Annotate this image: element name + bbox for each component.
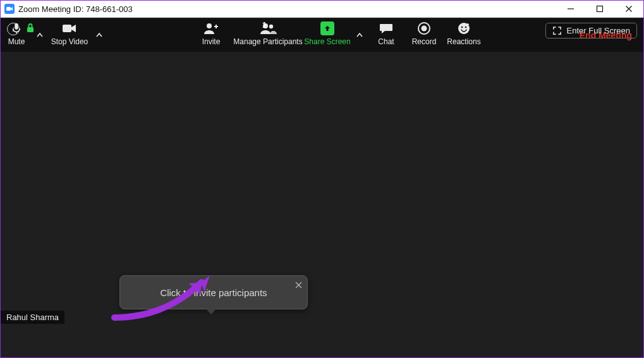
svg-point-20: [465, 27, 467, 28]
record-label: Record: [412, 37, 437, 46]
tooltip-text: Click to invite participants: [160, 287, 267, 298]
svg-point-11: [207, 23, 212, 28]
manage-participants-button[interactable]: 1 Manage Participants: [233, 18, 303, 52]
participant-name-chip: Rahul Sharma: [1, 311, 64, 324]
window-controls: [556, 1, 643, 17]
fullscreen-icon: [552, 26, 562, 35]
svg-rect-10: [63, 25, 71, 32]
chat-button[interactable]: Chat: [367, 18, 405, 52]
enter-full-screen-button[interactable]: Enter Full Screen: [545, 23, 637, 39]
participant-count-badge: 1: [262, 21, 267, 30]
window-title: Zoom Meeting ID: 748-661-003: [18, 4, 556, 14]
svg-rect-2: [597, 6, 603, 12]
svg-point-17: [422, 26, 427, 32]
participant-name: Rahul Sharma: [6, 313, 59, 322]
share-screen-label: Share Screen: [304, 37, 350, 46]
tooltip-tail: [205, 308, 217, 314]
svg-point-19: [461, 27, 463, 28]
share-screen-button[interactable]: Share Screen: [303, 18, 352, 52]
close-icon[interactable]: [295, 280, 302, 290]
reactions-button[interactable]: Reactions: [443, 18, 485, 52]
share-screen-icon: [320, 21, 334, 35]
app-window: { "title": "Zoom Meeting ID: 748-661-003…: [0, 0, 644, 358]
close-button[interactable]: [614, 1, 643, 17]
stop-video-button[interactable]: Stop Video: [47, 18, 92, 52]
invite-tooltip: Click to invite participants: [119, 275, 308, 309]
share-options-chevron[interactable]: [352, 18, 367, 52]
svg-point-15: [269, 25, 273, 28]
invite-icon: [203, 21, 219, 35]
participants-icon: [258, 21, 277, 35]
record-button[interactable]: Record: [405, 18, 443, 52]
svg-rect-0: [6, 7, 11, 11]
mute-button[interactable]: Mute: [1, 18, 32, 52]
chat-label: Chat: [378, 37, 394, 46]
record-icon: [417, 21, 431, 35]
svg-rect-8: [15, 23, 18, 30]
full-screen-label: Enter Full Screen: [567, 26, 630, 35]
microphone-icon: [9, 21, 23, 35]
meeting-area: i Enter Full Screen Click to invite part…: [1, 18, 643, 357]
video-options-chevron[interactable]: [92, 18, 107, 52]
zoom-app-icon: [4, 4, 15, 14]
chat-icon: [379, 21, 394, 35]
invite-label: Invite: [202, 37, 221, 46]
invite-button[interactable]: Invite: [189, 18, 233, 52]
title-bar: Zoom Meeting ID: 748-661-003: [1, 1, 643, 18]
maximize-button[interactable]: [585, 1, 614, 17]
manage-participants-label: Manage Participants: [233, 37, 302, 46]
stop-video-label: Stop Video: [51, 37, 88, 46]
video-camera-icon: [61, 21, 78, 35]
reactions-icon: [457, 21, 471, 35]
minimize-button[interactable]: [556, 1, 585, 17]
mute-label: Mute: [8, 37, 25, 46]
reactions-label: Reactions: [447, 37, 480, 46]
